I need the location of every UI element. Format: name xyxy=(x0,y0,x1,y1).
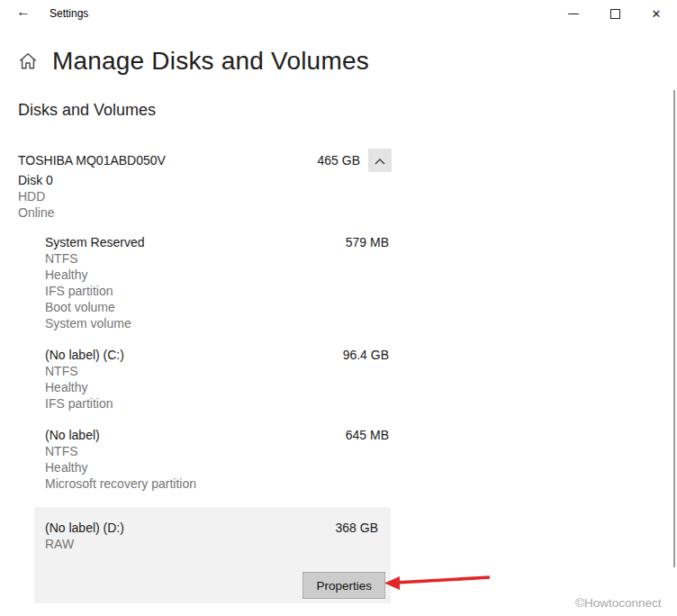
volume-name: (No label) xyxy=(45,427,100,443)
volume-row-3: (No label) (D:)368 GBRAWProperties xyxy=(34,507,391,603)
maximize-button[interactable] xyxy=(594,0,636,27)
back-button[interactable]: ← xyxy=(9,1,38,23)
volumes-list: System Reserved579 MBNTFSHealthyIFS part… xyxy=(34,234,391,603)
volume-row-0: System Reserved579 MBNTFSHealthyIFS part… xyxy=(34,234,391,331)
volume-detail: Healthy xyxy=(45,459,389,476)
volume-detail: System volume xyxy=(45,315,389,331)
volume-detail: RAW xyxy=(45,536,385,552)
volume-header: (No label) (C:)96.4 GB xyxy=(45,347,389,363)
volume-size: 645 MB xyxy=(346,427,389,443)
minimize-button[interactable]: — xyxy=(553,0,594,27)
disk-status: Online xyxy=(18,204,392,221)
disk-header-row: TOSHIBA MQ01ABD050V 465 GB xyxy=(18,149,392,172)
home-icon xyxy=(18,51,38,71)
vertical-scrollbar[interactable] xyxy=(673,90,675,567)
chevron-up-icon xyxy=(375,154,385,168)
collapse-button[interactable] xyxy=(368,149,392,172)
close-button[interactable]: ✕ xyxy=(636,0,677,27)
volume-detail: Healthy xyxy=(45,379,389,395)
volume-action-row: Properties xyxy=(45,572,385,599)
watermark: ©Howtoconnect xyxy=(575,596,662,610)
volume-name: System Reserved xyxy=(45,234,144,250)
disk-type: HDD xyxy=(18,188,392,204)
volume-row-2: (No label)645 MBNTFSHealthyMicrosoft rec… xyxy=(34,427,391,492)
properties-button[interactable]: Properties xyxy=(302,572,385,599)
window-title: Settings xyxy=(50,7,88,20)
volume-detail: NTFS xyxy=(45,443,389,459)
volume-detail: IFS partition xyxy=(45,395,389,412)
volume-detail: Microsoft recovery partition xyxy=(45,476,389,492)
volume-detail: Boot volume xyxy=(45,299,389,315)
volume-detail: NTFS xyxy=(45,250,389,267)
volume-header: (No label) (D:)368 GB xyxy=(45,520,385,536)
volume-name: (No label) (D:) xyxy=(45,520,124,536)
volume-size: 368 GB xyxy=(336,520,378,536)
volume-detail: Healthy xyxy=(45,267,389,283)
title-bar: ← Settings — ✕ xyxy=(0,0,677,27)
volume-header: (No label)645 MB xyxy=(45,427,389,443)
volume-detail: NTFS xyxy=(45,363,389,379)
page-title: Manage Disks and Volumes xyxy=(52,47,369,76)
window-controls: — ✕ xyxy=(553,0,677,27)
disk-size: 465 GB xyxy=(318,153,360,168)
section-title: Disks and Volumes xyxy=(18,101,156,120)
disk-entry: TOSHIBA MQ01ABD050V 465 GB Disk 0 HDD On… xyxy=(18,149,392,221)
volume-name: (No label) (C:) xyxy=(45,347,124,363)
volume-size: 96.4 GB xyxy=(343,347,389,363)
disk-name: TOSHIBA MQ01ABD050V xyxy=(18,153,318,168)
maximize-icon xyxy=(610,9,620,19)
volume-row-1: (No label) (C:)96.4 GBNTFSHealthyIFS par… xyxy=(34,347,391,412)
annotation-arrow-icon xyxy=(384,570,493,595)
volume-detail: IFS partition xyxy=(45,283,389,299)
volume-size: 579 MB xyxy=(346,234,389,250)
page-header: Manage Disks and Volumes xyxy=(18,47,369,76)
volume-header: System Reserved579 MB xyxy=(45,234,389,250)
disk-label: Disk 0 xyxy=(18,172,392,188)
